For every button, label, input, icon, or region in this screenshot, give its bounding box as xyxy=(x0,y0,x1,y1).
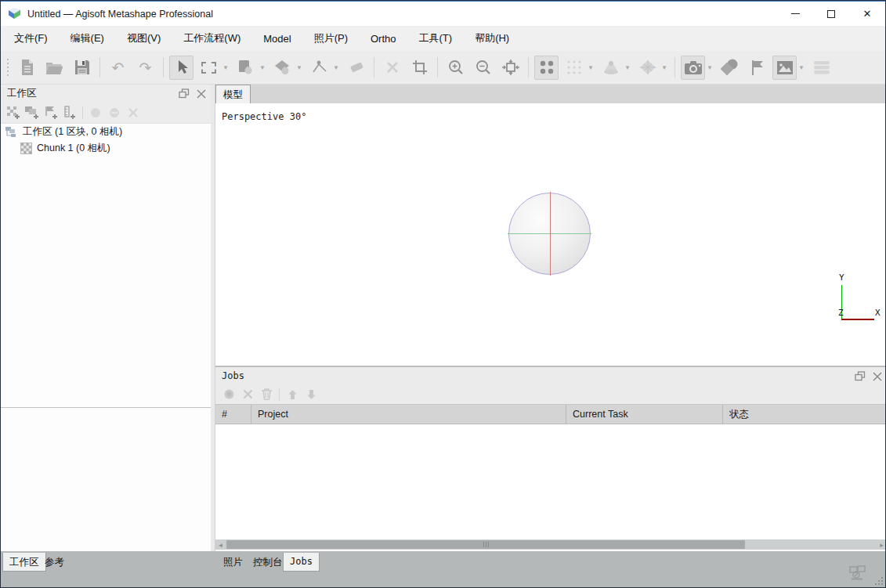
layers-icon xyxy=(812,60,831,75)
column-header-project[interactable]: Project xyxy=(251,405,566,424)
remove-item-button[interactable] xyxy=(124,104,143,121)
rotate-region-button[interactable] xyxy=(270,56,295,80)
menu-help[interactable]: 帮助(H) xyxy=(466,27,518,49)
tree-item-chunk-1[interactable]: Chunk 1 (0 相机) xyxy=(1,140,211,157)
fit-to-view-button[interactable] xyxy=(498,56,523,80)
toolbar-separator xyxy=(374,57,374,78)
toolbar-separator xyxy=(163,57,164,78)
minimize-button[interactable] xyxy=(777,2,813,26)
tiled-model-view-button[interactable] xyxy=(635,56,660,80)
menu-file[interactable]: 文件(F) xyxy=(5,27,56,49)
column-header-current-task[interactable]: Current Task xyxy=(566,405,723,424)
toolbar-separator xyxy=(99,57,100,78)
crop-selection-button[interactable] xyxy=(407,56,432,80)
maximize-button[interactable] xyxy=(813,2,849,26)
rectangle-selection-dropdown[interactable]: ▾ xyxy=(221,63,230,71)
shaded-model-view-button[interactable] xyxy=(599,56,623,80)
zoom-out-button[interactable] xyxy=(471,56,495,80)
pause-job-button[interactable] xyxy=(219,386,238,402)
jobs-close-button[interactable] xyxy=(870,370,884,383)
rectangle-selection-button[interactable] xyxy=(197,56,221,80)
cancel-job-button[interactable] xyxy=(238,386,257,402)
shaded-model-dropdown[interactable]: ▾ xyxy=(623,63,632,71)
arrow-down-icon xyxy=(306,389,316,400)
add-chunk-button[interactable] xyxy=(4,104,23,121)
show-images-dropdown[interactable]: ▾ xyxy=(797,63,806,71)
workspace-float-button[interactable] xyxy=(177,87,190,100)
measure-tool-button[interactable] xyxy=(307,56,331,80)
tab-jobs[interactable]: Jobs xyxy=(283,553,320,572)
model-viewport[interactable]: Perspective 30° Y Z X xyxy=(215,103,886,366)
menu-photo[interactable]: 照片(P) xyxy=(306,27,356,49)
undo-button[interactable]: ↶ xyxy=(106,56,130,80)
move-job-up-button[interactable] xyxy=(283,386,302,402)
rotate-object-dropdown[interactable]: ▾ xyxy=(258,63,267,71)
tiled-model-dropdown[interactable]: ▾ xyxy=(660,63,669,71)
scrollbar-thumb[interactable] xyxy=(226,540,745,549)
dense-cloud-dropdown[interactable]: ▾ xyxy=(586,63,595,71)
minimize-icon xyxy=(791,13,800,14)
point-cloud-view-button[interactable] xyxy=(534,56,559,80)
menu-workflow[interactable]: 工作流程(W) xyxy=(175,27,249,49)
show-cameras-button[interactable] xyxy=(681,56,705,80)
dense-cloud-view-button[interactable] xyxy=(562,56,586,80)
add-photos-button[interactable] xyxy=(23,104,42,121)
scroll-right-icon[interactable]: ▸ xyxy=(877,539,886,550)
window-controls: ✕ xyxy=(777,2,885,26)
show-masks-button[interactable] xyxy=(718,56,742,80)
clear-jobs-button[interactable] xyxy=(257,386,276,402)
scroll-left-icon[interactable]: ◂ xyxy=(215,539,226,550)
tab-photos[interactable]: 照片 xyxy=(217,553,249,572)
add-scalebar-button[interactable] xyxy=(60,104,79,121)
cursor-arrow-icon xyxy=(175,60,188,75)
tab-reference[interactable]: 参考 xyxy=(38,553,71,572)
toolbar-grip[interactable] xyxy=(5,56,11,79)
workspace-close-button[interactable] xyxy=(194,87,208,100)
rectangle-selection-icon xyxy=(201,62,216,74)
rotate-object-button[interactable] xyxy=(233,56,258,80)
horizontal-scrollbar[interactable]: ◂ ▸ xyxy=(215,539,886,550)
column-header-number[interactable]: # xyxy=(215,405,251,424)
rotate-region-icon xyxy=(274,60,291,76)
move-job-down-button[interactable] xyxy=(302,386,320,402)
jobs-status-icon[interactable] xyxy=(849,565,866,580)
zoom-in-button[interactable] xyxy=(443,56,468,80)
menu-model[interactable]: Model xyxy=(255,29,299,49)
menu-edit[interactable]: 编辑(E) xyxy=(62,27,113,49)
menu-ortho[interactable]: Ortho xyxy=(362,29,405,49)
show-cameras-dropdown[interactable]: ▾ xyxy=(705,63,714,71)
cancel-x-icon xyxy=(243,389,253,399)
new-project-button[interactable] xyxy=(15,56,39,80)
tree-item-workspace-root[interactable]: 工作区 (1 区块, 0 相机) xyxy=(1,124,211,140)
save-project-button[interactable] xyxy=(70,56,94,80)
disable-item-button[interactable] xyxy=(105,104,124,121)
float-panel-icon xyxy=(855,371,866,381)
workspace-panel-divider[interactable] xyxy=(1,407,211,408)
tab-model[interactable]: 模型 xyxy=(215,85,251,103)
image-icon xyxy=(776,60,794,75)
rotate-region-dropdown[interactable]: ▾ xyxy=(295,63,304,71)
show-layers-button[interactable] xyxy=(809,56,834,80)
menu-view[interactable]: 视图(V) xyxy=(118,27,169,49)
measure-tool-dropdown[interactable]: ▾ xyxy=(331,63,341,71)
workspace-toolbar xyxy=(1,103,211,124)
column-header-status[interactable]: 状态 xyxy=(723,405,886,424)
save-floppy-icon xyxy=(74,60,90,75)
jobs-float-button[interactable] xyxy=(853,370,866,383)
delete-selection-button[interactable] xyxy=(380,56,404,80)
show-images-button[interactable] xyxy=(772,56,797,80)
open-project-button[interactable] xyxy=(42,56,67,80)
redo-button[interactable]: ↷ xyxy=(133,56,157,80)
app-logo-icon xyxy=(8,7,21,20)
add-marker-button[interactable] xyxy=(42,104,60,121)
close-button[interactable]: ✕ xyxy=(849,2,885,26)
eraser-button[interactable] xyxy=(344,56,368,80)
remove-x-icon xyxy=(128,107,139,118)
enable-item-button[interactable] xyxy=(86,104,105,121)
show-markers-button[interactable] xyxy=(745,56,769,80)
jobs-table-body xyxy=(215,424,886,539)
camera-icon xyxy=(684,60,703,75)
menu-tools[interactable]: 工具(T) xyxy=(410,27,461,49)
select-tool-button[interactable] xyxy=(169,56,193,80)
resize-grip-icon[interactable] xyxy=(873,575,884,586)
